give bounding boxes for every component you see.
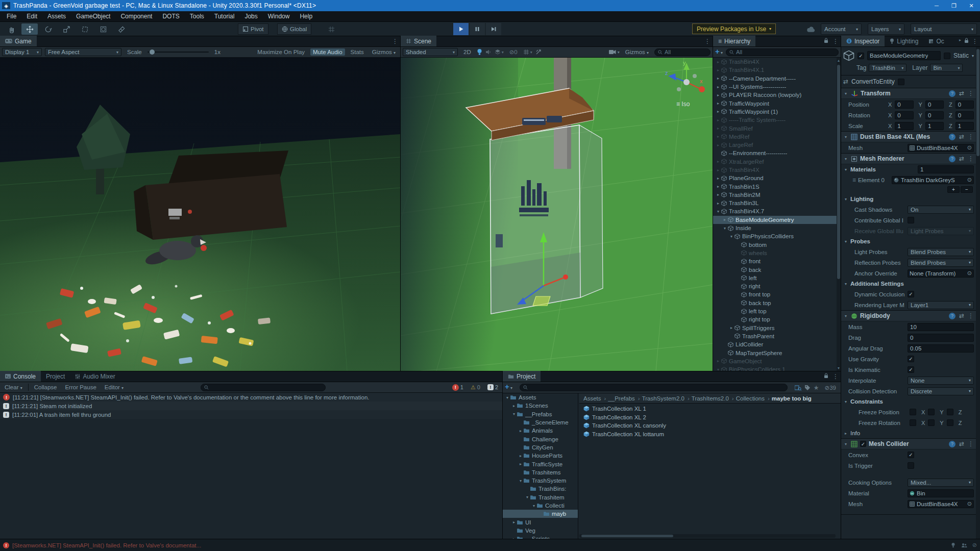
- foldout-arrow[interactable]: ▾: [518, 479, 523, 483]
- hierarchy-row[interactable]: ▾ BinPhysicsColliders.1: [713, 365, 837, 371]
- 2d-toggle[interactable]: 2D: [461, 48, 474, 56]
- object-picker-icon[interactable]: ⊙: [967, 177, 972, 183]
- component-kebab[interactable]: ⋮: [968, 155, 974, 162]
- folder-row[interactable]: ▸ TrafficSyste: [503, 460, 578, 468]
- presets-icon[interactable]: ⇄: [959, 155, 964, 162]
- constraints-foldout[interactable]: Constraints: [850, 398, 883, 405]
- search-by-type-icon[interactable]: [795, 385, 801, 391]
- foldout-arrow[interactable]: ▸: [715, 168, 721, 172]
- is-kinematic-checkbox[interactable]: ✓: [908, 366, 914, 373]
- tab-game[interactable]: Game: [0, 36, 37, 46]
- game-viewport[interactable]: [0, 58, 400, 371]
- maximize-button[interactable]: ❐: [945, 0, 963, 11]
- active-checkbox[interactable]: ✓: [857, 53, 864, 59]
- layer-dropdown[interactable]: Bin▾: [930, 64, 963, 72]
- foldout-arrow[interactable]: ▸: [715, 201, 721, 206]
- hierarchy-scrollbar[interactable]: ▲ ▼: [837, 58, 841, 371]
- menu-item[interactable]: DOTS: [158, 12, 184, 21]
- title-bar[interactable]: ◈ TrashPanda - GreenVoid garbage test - …: [0, 0, 980, 11]
- object-name-field[interactable]: BaseModuleGeometry: [867, 51, 941, 60]
- auto-generate-lighting-icon[interactable]: [950, 542, 956, 548]
- foldout-arrow[interactable]: ▾: [722, 226, 728, 231]
- materials-count-field[interactable]: 1: [918, 165, 974, 173]
- object-picker-icon[interactable]: ⊙: [967, 500, 972, 507]
- global-toggle[interactable]: Global: [277, 23, 311, 35]
- folder-row[interactable]: ▸ UI: [503, 518, 578, 526]
- scene-menu-kebab[interactable]: ⋮: [704, 38, 710, 45]
- foldout-arrow[interactable]: ▸: [715, 93, 721, 97]
- shading-dropdown[interactable]: Shaded▾: [403, 48, 458, 56]
- presets-icon[interactable]: ⇄: [959, 440, 964, 447]
- static-dropdown-arrow[interactable]: ▾: [972, 54, 974, 58]
- hierarchy-row[interactable]: ▸ SmallRef: [713, 124, 837, 132]
- hierarchy-row[interactable]: MapTargetSphere: [713, 348, 837, 357]
- help-icon[interactable]: ?: [949, 441, 955, 447]
- scene-gizmos-dropdown[interactable]: Gizmos ▾: [623, 48, 651, 56]
- project-search[interactable]: [520, 384, 788, 391]
- foldout-arrow[interactable]: ▾: [525, 495, 530, 499]
- hierarchy-row[interactable]: ▸ SpillTriggers: [713, 324, 837, 332]
- collision-detection-dropdown[interactable]: Discrete▾: [908, 387, 974, 395]
- menu-item[interactable]: Assets: [43, 12, 70, 21]
- rect-tool-icon[interactable]: [77, 23, 93, 35]
- menu-item[interactable]: Tools: [185, 12, 209, 21]
- hierarchy-row[interactable]: ▸ TrashBin2M: [713, 191, 837, 199]
- rendering-layer-dropdown[interactable]: Layer1▾: [908, 301, 974, 309]
- hierarchy-row[interactable]: ▸ PLAYER Raccoon (lowpoly): [713, 91, 837, 99]
- close-button[interactable]: ✕: [963, 0, 980, 11]
- convert-checkbox[interactable]: [898, 79, 904, 85]
- foldout-arrow[interactable]: ▾: [505, 395, 510, 400]
- contribute-gi-checkbox[interactable]: [908, 217, 914, 223]
- lock-icon[interactable]: [824, 38, 828, 45]
- hierarchy-row[interactable]: ▸ -----Traffic System-----: [713, 116, 837, 124]
- cooking-options-dropdown[interactable]: Mixed...▾: [908, 479, 974, 487]
- hidden-packages-toggle[interactable]: ⊘39: [822, 384, 839, 392]
- add-object-button[interactable]: + ▾: [715, 49, 723, 56]
- hierarchy-row[interactable]: left top: [713, 307, 837, 315]
- inspector-scrollbar[interactable]: [976, 47, 980, 540]
- project-scrollbar[interactable]: [579, 534, 836, 538]
- lock-icon[interactable]: [824, 373, 828, 380]
- hierarchy-row[interactable]: ▸ GameObject: [713, 357, 837, 365]
- foldout-arrow[interactable]: ▸: [518, 454, 523, 458]
- presets-icon[interactable]: ⇄: [959, 90, 964, 97]
- component-kebab[interactable]: ⋮: [968, 312, 974, 319]
- asset-row[interactable]: TrashCollection XL 1: [578, 405, 841, 413]
- foldout-arrow[interactable]: ▸: [518, 462, 523, 466]
- rigidbody-header[interactable]: ▾ Rigidbody ?⇄⋮: [841, 310, 976, 321]
- hierarchy-row[interactable]: ▸ --Camera Department-----: [713, 74, 837, 83]
- pause-button[interactable]: [470, 23, 485, 35]
- material-object-field[interactable]: TrashBin DarkGreyS ⊙: [892, 176, 974, 184]
- scene-camera-dropdown[interactable]: ▾: [609, 49, 620, 55]
- menu-item[interactable]: Component: [116, 12, 157, 21]
- tab-project-console-group[interactable]: Project: [41, 371, 70, 382]
- hierarchy-search[interactable]: All: [726, 48, 839, 56]
- inspector-menu-kebab[interactable]: ⋮: [972, 38, 978, 45]
- foldout-arrow[interactable]: ▸: [715, 109, 721, 114]
- layers-dropdown[interactable]: Layers▾: [868, 23, 904, 35]
- meshcollider-header[interactable]: ▾ ✓ Mesh Collider ?⇄⋮: [841, 438, 976, 449]
- breadcrumb-segment[interactable]: TrashSystem2.0: [642, 395, 690, 402]
- hierarchy-row[interactable]: ▾ Inside: [713, 224, 837, 232]
- tab-project[interactable]: Project: [503, 371, 541, 382]
- console-log-row[interactable]: ! ! [11:21:21] [Steamworks.NET] SteamAPI…: [0, 393, 502, 402]
- folder-row[interactable]: ▸ 1Scenes: [503, 402, 578, 410]
- hierarchy-row[interactable]: bottom: [713, 241, 837, 249]
- foldout-arrow[interactable]: ▸: [715, 68, 721, 72]
- y-field[interactable]: 0: [925, 111, 944, 119]
- hierarchy-row[interactable]: ▸ TrafficWaypoint (1): [713, 108, 837, 116]
- object-picker-icon[interactable]: ⊙: [967, 270, 972, 277]
- cloud-icon[interactable]: [802, 23, 819, 35]
- breadcrumb-segment[interactable]: maybe too big: [772, 395, 812, 402]
- menu-item[interactable]: File: [2, 12, 21, 21]
- scene-viewport[interactable]: y x z ≡ Iso: [401, 58, 713, 371]
- info-foldout[interactable]: Info: [850, 430, 860, 436]
- lighting-foldout[interactable]: Lighting: [850, 196, 873, 202]
- foldout-arrow[interactable]: ▸: [511, 520, 517, 524]
- x-field[interactable]: 1: [895, 122, 913, 130]
- hierarchy-row[interactable]: right top: [713, 315, 837, 323]
- pivot-toggle[interactable]: Pivot: [238, 23, 268, 35]
- tab-console[interactable]: Console: [0, 371, 41, 382]
- tab-audio-mixer[interactable]: Audio Mixer: [70, 371, 120, 382]
- presets-icon[interactable]: ⇄: [959, 312, 964, 319]
